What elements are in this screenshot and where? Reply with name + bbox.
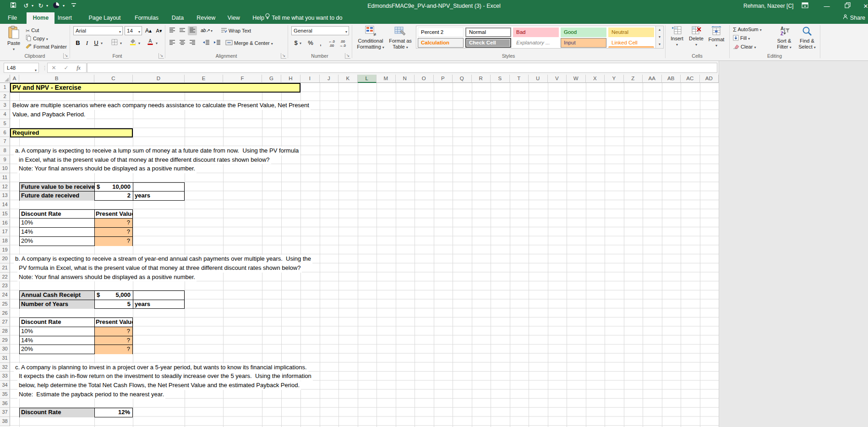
- number-dialog-launcher-icon[interactable]: ↘: [345, 53, 350, 59]
- row-header-2[interactable]: 2: [0, 92, 10, 101]
- row-header-38[interactable]: 38: [0, 417, 10, 426]
- cell-B13[interactable]: Future date received: [20, 192, 95, 201]
- row-header-17[interactable]: 17: [0, 227, 10, 236]
- gallery-more-icon[interactable]: ▾: [656, 41, 663, 48]
- cell-style-normal[interactable]: Normal: [465, 27, 511, 37]
- row-header-21[interactable]: 21: [0, 263, 10, 273]
- cancel-icon[interactable]: ✕: [48, 63, 60, 72]
- column-header-H[interactable]: H: [281, 75, 300, 83]
- column-header-I[interactable]: I: [300, 75, 320, 83]
- cell-B18[interactable]: 20%: [20, 237, 95, 246]
- user-account[interactable]: Rehman, Nazeer [C]: [743, 0, 793, 12]
- cell-A4[interactable]: Value, and Payback Period.: [11, 110, 87, 119]
- format-cells-button[interactable]: Format▾: [706, 26, 726, 48]
- accounting-format-icon[interactable]: $: [291, 38, 300, 48]
- fill-dropdown-icon[interactable]: ▾: [748, 37, 750, 41]
- cell-B15[interactable]: Discount Rate: [20, 210, 95, 219]
- fill-color-icon[interactable]: [128, 38, 137, 48]
- underline-dropdown-icon[interactable]: ▾: [101, 41, 103, 45]
- tab-file[interactable]: File: [2, 12, 23, 24]
- delete-cells-button[interactable]: Delete▾: [687, 26, 705, 47]
- gallery-scroll-up-icon[interactable]: ▴: [656, 26, 663, 33]
- row-header-14[interactable]: 14: [0, 200, 10, 209]
- tab-data[interactable]: Data: [166, 12, 190, 24]
- find-select-button[interactable]: Find &Select ▾: [796, 26, 818, 50]
- tab-home[interactable]: Home: [27, 12, 55, 24]
- bottom-align-icon[interactable]: [188, 26, 197, 35]
- cell-B30[interactable]: 20%: [20, 345, 95, 354]
- tab-formulas[interactable]: Formulas: [129, 12, 164, 24]
- column-header-U[interactable]: U: [529, 75, 548, 83]
- row-header-33[interactable]: 33: [0, 372, 10, 381]
- column-header-E[interactable]: E: [185, 75, 223, 83]
- cell-C25[interactable]: 5: [95, 300, 133, 309]
- font-color-dropdown-icon[interactable]: ▾: [156, 41, 158, 45]
- cell-C28[interactable]: ?: [95, 327, 132, 336]
- row-header-20[interactable]: 20: [0, 254, 10, 263]
- row-header-18[interactable]: 18: [0, 236, 10, 246]
- cell-C18[interactable]: ?: [95, 237, 132, 246]
- tab-help[interactable]: Help: [246, 12, 270, 24]
- row-header-6[interactable]: 6: [0, 128, 10, 137]
- italic-button[interactable]: I: [82, 38, 92, 48]
- row-header-12[interactable]: 12: [0, 182, 10, 192]
- column-header-T[interactable]: T: [510, 75, 529, 83]
- column-header-W[interactable]: W: [567, 75, 586, 83]
- row-header-1[interactable]: 1: [0, 83, 10, 92]
- font-color-icon[interactable]: A: [146, 38, 155, 48]
- decrease-font-size-icon[interactable]: A▾: [154, 26, 164, 35]
- row-header-4[interactable]: 4: [0, 110, 10, 119]
- clipboard-dialog-launcher-icon[interactable]: ↘: [63, 53, 69, 59]
- cell-C15[interactable]: Present Value: [95, 210, 132, 219]
- cell-B16[interactable]: 10%: [20, 219, 95, 228]
- column-header-AA[interactable]: AA: [643, 75, 662, 83]
- cell-A21[interactable]: PV formula in Excel, what is the present…: [17, 264, 302, 273]
- increase-font-size-icon[interactable]: A▴: [144, 26, 153, 35]
- cell-D25[interactable]: years: [133, 300, 184, 309]
- cell-style-checkcell[interactable]: Check Cell: [465, 38, 511, 48]
- column-header-Y[interactable]: Y: [605, 75, 624, 83]
- cell-A35[interactable]: Note: Estimate the payback period to the…: [17, 390, 165, 399]
- row-header-31[interactable]: 31: [0, 354, 10, 363]
- row-header-25[interactable]: 25: [0, 300, 10, 309]
- cell-style-explanatory[interactable]: Explanatory ...: [513, 38, 559, 48]
- cell-A34[interactable]: below, help determine the Total Net Cash…: [17, 381, 301, 390]
- row-header-29[interactable]: 29: [0, 336, 10, 345]
- cell-B12[interactable]: Future value to be received: [20, 183, 95, 192]
- row-header-11[interactable]: 11: [0, 173, 10, 182]
- column-header-O[interactable]: O: [415, 75, 434, 83]
- cell-B28[interactable]: 10%: [20, 327, 95, 336]
- name-box-dropdown-icon[interactable]: ▾: [35, 66, 37, 75]
- row-header-28[interactable]: 28: [0, 327, 10, 336]
- column-header-AB[interactable]: AB: [662, 75, 681, 83]
- column-header-S[interactable]: S: [491, 75, 510, 83]
- column-header-AC[interactable]: AC: [681, 75, 700, 83]
- autosum-button[interactable]: Σ AutoSum ▾: [733, 26, 762, 34]
- clear-dropdown-icon[interactable]: ▾: [754, 45, 756, 49]
- cell-C24[interactable]: $5,000: [95, 291, 133, 300]
- cell-C37[interactable]: 12%: [95, 408, 132, 417]
- column-header-N[interactable]: N: [396, 75, 415, 83]
- fill-color-dropdown-icon[interactable]: ▾: [138, 41, 140, 45]
- tab-view[interactable]: View: [222, 12, 246, 24]
- number-format-dropdown-icon[interactable]: ▾: [345, 28, 347, 36]
- tab-insert[interactable]: Insert: [52, 12, 78, 24]
- cell-A32[interactable]: c. A company is planning to invest in a …: [14, 363, 308, 372]
- formula-input[interactable]: [87, 63, 717, 73]
- enter-icon[interactable]: ✓: [60, 63, 72, 72]
- orientation-icon[interactable]: ab↗: [201, 26, 210, 35]
- bold-button[interactable]: B: [73, 38, 82, 48]
- wrap-text-button[interactable]: Wrap Text: [221, 27, 251, 35]
- column-header-F[interactable]: F: [223, 75, 262, 83]
- cell-C17[interactable]: ?: [95, 228, 132, 237]
- cell-C12[interactable]: $10,000: [95, 183, 133, 192]
- cell-B17[interactable]: 14%: [20, 228, 95, 237]
- orientation-dropdown-icon[interactable]: ▾: [211, 29, 213, 33]
- row-header-24[interactable]: 24: [0, 290, 10, 300]
- tell-me-box[interactable]: Tell me what you want to do: [265, 12, 343, 24]
- row-header-8[interactable]: 8: [0, 146, 10, 155]
- cell-style-input[interactable]: Input: [561, 38, 606, 48]
- share-button[interactable]: Share: [842, 12, 865, 24]
- restore-icon[interactable]: [840, 0, 855, 12]
- close-icon[interactable]: ✕: [858, 0, 868, 12]
